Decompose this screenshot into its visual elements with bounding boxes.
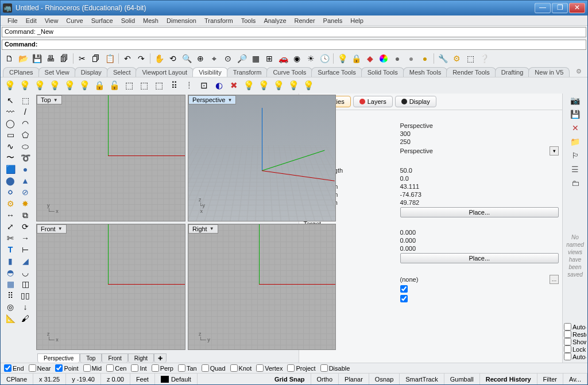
curve-icon[interactable]: ∿ (3, 141, 18, 152)
arc-icon[interactable]: ◠ (18, 118, 33, 129)
menu-transform[interactable]: Transform (201, 17, 237, 25)
menu-view[interactable]: View (41, 17, 62, 25)
render-preview-icon[interactable]: ◉ (291, 52, 303, 65)
trim-icon[interactable]: ✄ (3, 232, 18, 244)
layers-icon[interactable]: ◆ (363, 52, 376, 65)
bulb-b-icon[interactable]: 💡 (257, 79, 270, 92)
hide-objects-icon[interactable]: 💡 (3, 79, 17, 92)
menu-analyze[interactable]: Analyze (260, 17, 289, 25)
toggle-visibility-icon[interactable]: ◐ (212, 79, 226, 92)
rotation-value[interactable]: 0.0 (400, 175, 559, 182)
lock-swap-icon[interactable]: ⬚ (122, 79, 136, 92)
viewport-top[interactable]: Top▼ y└─ x (36, 95, 185, 221)
ellipse-icon[interactable]: ⬭ (18, 141, 33, 152)
status-filter[interactable]: Filter (537, 374, 563, 384)
zlocation-value[interactable]: 49.782 (400, 199, 559, 206)
scale-icon[interactable]: ⤢ (3, 221, 18, 232)
loft-icon[interactable]: ◢ (18, 255, 33, 267)
zoom-icon[interactable]: 🔍 (180, 52, 193, 65)
rotate-icon[interactable]: ⟳ (18, 221, 33, 232)
freeform-icon[interactable]: 〜 (3, 152, 18, 164)
unlock-obj-icon[interactable]: 🔓 (107, 79, 121, 92)
projection-value[interactable]: Perspective (400, 147, 550, 154)
new-file-icon[interactable]: 🗋 (3, 52, 16, 65)
redo-icon[interactable]: ↷ (135, 52, 148, 65)
rail-check-lock[interactable]: Lock (564, 345, 586, 353)
history-icon[interactable]: 🕓 (318, 52, 331, 65)
viewport-width-value[interactable]: 300 (400, 130, 559, 137)
extrude-icon[interactable]: ▮ (3, 255, 18, 267)
osnap-tan[interactable]: Tan (178, 364, 197, 372)
pointson-grid-icon[interactable]: ⊡ (197, 79, 211, 92)
osnap-knot[interactable]: Knot (230, 364, 252, 372)
hide-icon[interactable]: ⬚ (464, 52, 477, 65)
points-on-icon[interactable]: ⠿ (167, 79, 181, 92)
menu-solid[interactable]: Solid (118, 17, 138, 25)
text-icon[interactable]: T (3, 244, 18, 255)
status-cplane[interactable]: CPlane (1, 374, 33, 384)
zoom-extents-icon[interactable]: ⊕ (194, 52, 207, 65)
unlock-selected-icon[interactable]: ⬚ (152, 79, 166, 92)
lens-length-value[interactable]: 50.0 (400, 167, 559, 174)
osnap-int[interactable]: Int (131, 364, 146, 372)
tab-render-tools[interactable]: Render Tools (446, 67, 496, 77)
save-file-icon[interactable]: 💾 (30, 52, 43, 65)
viewport-top-label[interactable]: Top▼ (37, 95, 62, 104)
menu-surface[interactable]: Surface (88, 17, 117, 25)
viewport-perspective[interactable]: Perspective▼ z└y x (188, 95, 336, 221)
named-views-icon[interactable]: ▦ (249, 52, 262, 65)
undo-icon[interactable]: ↶ (121, 52, 134, 65)
copy-tool-icon[interactable]: ⧉ (18, 209, 33, 221)
delete-view-icon[interactable]: ✕ (570, 123, 581, 134)
tab-new-in-v5[interactable]: New in V5 (528, 67, 570, 77)
tab-set-view[interactable]: Set View (38, 67, 76, 77)
viewport-height-value[interactable]: 250 (400, 138, 559, 145)
menu-mesh[interactable]: Mesh (140, 17, 162, 25)
cut-icon[interactable]: ✂ (76, 52, 88, 65)
menu-file[interactable]: File (4, 17, 21, 25)
fillet-icon[interactable]: ◡ (18, 267, 33, 278)
status-units[interactable]: Feet (130, 374, 155, 384)
tab-cplanes[interactable]: CPlanes (3, 67, 40, 77)
pipe-icon[interactable]: ⊘ (18, 186, 33, 198)
circle-icon[interactable]: ◯ (3, 118, 18, 129)
tab-curve-tools[interactable]: Curve Tools (266, 67, 312, 77)
viewport-right[interactable]: Right▼ z└─ y (188, 224, 336, 351)
bulb-c-icon[interactable]: 💡 (272, 79, 285, 92)
ytarget-value[interactable]: 0.000 (400, 237, 559, 244)
viewport-title-value[interactable]: Perspective (400, 122, 559, 129)
rail-check-auto[interactable]: Auto- (564, 323, 586, 330)
four-viewports-icon[interactable]: ⊞ (263, 52, 276, 65)
save-view-icon[interactable]: 💾 (570, 110, 581, 120)
xlocation-value[interactable]: 43.111 (400, 183, 559, 190)
tab-visibility[interactable]: Visibility (192, 67, 228, 77)
render-icon[interactable]: ☀ (304, 52, 317, 65)
polyline-icon[interactable]: 〰 (3, 106, 18, 118)
sphere-icon[interactable]: ● (18, 164, 33, 175)
wallpaper-gray-checkbox[interactable] (400, 295, 408, 302)
place-camera-button[interactable]: Place... (400, 207, 559, 217)
add-viewport-tab[interactable]: ✚ (154, 353, 167, 363)
osnap-vertex[interactable]: Vertex (256, 364, 283, 372)
swap-hidden-icon[interactable]: 💡 (48, 79, 61, 92)
cone-icon[interactable]: ▲ (18, 175, 33, 186)
polygon-icon[interactable]: ⬠ (18, 129, 33, 141)
import-view-icon[interactable]: 📁 (570, 137, 581, 147)
dim-icon[interactable]: ⊢ (18, 244, 33, 255)
viewtab-right[interactable]: Right (128, 353, 154, 363)
torus-icon[interactable]: ⭘ (3, 186, 18, 198)
lock-obj-icon[interactable]: 🔒 (92, 79, 106, 92)
render-tool-icon[interactable]: 🖌 (18, 313, 33, 324)
viewtab-front[interactable]: Front (102, 353, 127, 363)
status-smarttrack[interactable]: SmartTrack (400, 374, 444, 384)
spiral-icon[interactable]: ➰ (18, 152, 33, 164)
copy-icon[interactable]: 🗍 (90, 52, 102, 65)
camera-icon[interactable]: 📷 (570, 96, 581, 106)
flag-icon[interactable]: 🏳 (570, 151, 581, 161)
menu-dimension[interactable]: Dimension (163, 17, 200, 25)
osnap-cen[interactable]: Cen (106, 364, 126, 372)
mesh-icon[interactable]: ▦ (3, 278, 18, 290)
viewport-front[interactable]: Front▼ z└─ x (36, 224, 185, 351)
viewport-front-label[interactable]: Front▼ (37, 224, 67, 234)
folder-icon[interactable]: 🗀 (570, 178, 581, 189)
